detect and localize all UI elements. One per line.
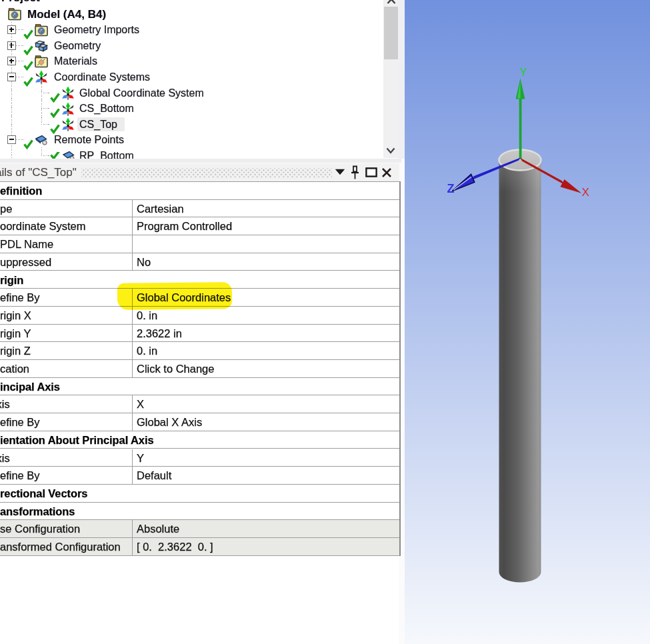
svg-text:Y: Y	[520, 66, 527, 78]
svg-text:X: X	[582, 186, 589, 199]
svg-text:Z: Z	[447, 182, 455, 195]
